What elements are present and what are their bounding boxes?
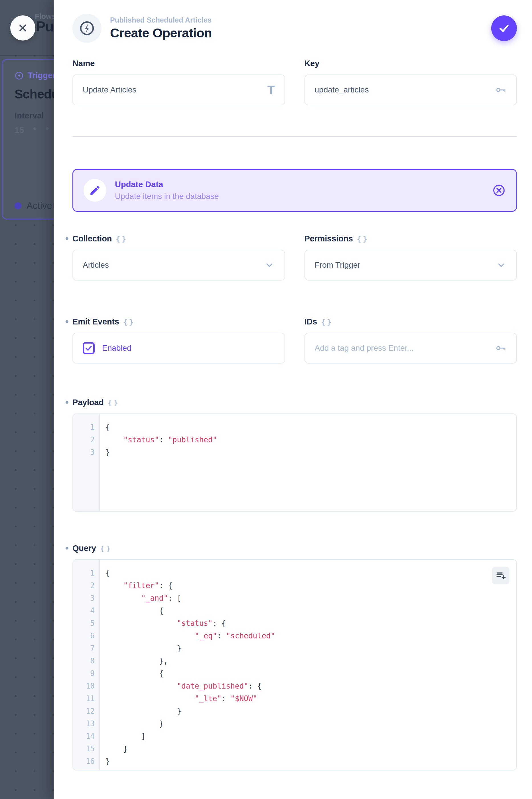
name-input[interactable]: Update Articles T	[72, 74, 285, 105]
query-field-group: Query {} 12345678910111213141516 { "filt…	[72, 544, 517, 770]
code-lines: { "filter": { "_and": [ { "status": { "_…	[100, 560, 275, 770]
ids-field-group: IDs {} Add a tag and press Enter...	[304, 317, 517, 364]
raw-value-icon[interactable]: {}	[116, 235, 128, 243]
trigger-badge-label: Trigger	[28, 71, 54, 80]
raw-value-icon[interactable]: {}	[108, 399, 120, 407]
ids-tag-input[interactable]: Add a tag and press Enter...	[304, 333, 517, 364]
payload-code-editor[interactable]: 123 { "status": "published"}	[72, 414, 517, 512]
operation-icon-circle	[72, 14, 101, 43]
page-header-divider	[0, 55, 54, 56]
query-code-editor[interactable]: 12345678910111213141516 { "filter": { "_…	[72, 559, 517, 770]
code-lines: { "status": "published"}	[100, 414, 217, 511]
permissions-select[interactable]: From Trigger	[304, 250, 517, 280]
payload-label: Payload {}	[72, 398, 517, 407]
playlist-add-icon	[495, 570, 506, 581]
bolt-icon	[15, 71, 24, 80]
trigger-field-value: 15 * * * *	[15, 126, 54, 135]
trigger-field-label: Interval	[15, 111, 54, 121]
collection-select[interactable]: Articles	[72, 250, 285, 280]
key-input[interactable]: update_articles	[304, 74, 517, 105]
emit-events-field-group: Emit Events {} Enabled	[72, 317, 285, 364]
trigger-card: Trigger Schedul Interval 15 * * * * Acti…	[2, 59, 54, 219]
title-icon: T	[267, 84, 275, 96]
screen: Flows Pu Trigger Schedul Interval 15 * *…	[0, 0, 532, 799]
chevron-down-icon	[264, 260, 275, 271]
drawer-breadcrumb: Published Scheduled Articles	[110, 16, 212, 24]
check-icon	[498, 22, 510, 35]
confirm-save-button[interactable]	[491, 15, 517, 41]
required-dot	[65, 320, 69, 323]
emit-events-label: Emit Events {}	[72, 317, 285, 326]
emit-events-input: Enabled	[72, 333, 285, 364]
required-dot	[65, 401, 69, 404]
raw-value-icon[interactable]: {}	[357, 235, 369, 243]
line-numbers: 123	[73, 414, 100, 511]
raw-value-icon[interactable]: {}	[123, 318, 135, 326]
required-dot	[65, 237, 69, 240]
status-dot	[15, 202, 21, 209]
banner-icon-circle	[83, 179, 106, 202]
drawer-header: Published Scheduled Articles Create Oper…	[72, 0, 517, 43]
create-operation-drawer: Published Scheduled Articles Create Oper…	[54, 0, 532, 799]
drawer-close-button[interactable]	[10, 15, 35, 40]
bolt-icon	[79, 20, 95, 37]
edit-pencil-icon	[89, 184, 101, 196]
key-label: Key	[304, 59, 517, 68]
name-field-group: Name Update Articles T	[72, 59, 285, 105]
format-value-button[interactable]	[492, 567, 510, 584]
permissions-field-group: Permissions {} From Trigger	[304, 234, 517, 280]
emit-events-checkbox[interactable]	[83, 342, 95, 354]
section-divider	[72, 136, 517, 137]
key-field-group: Key update_articles	[304, 59, 517, 105]
chevron-down-icon	[496, 260, 507, 271]
name-value: Update Articles	[83, 85, 136, 94]
ids-placeholder: Add a tag and press Enter...	[315, 344, 414, 353]
key-icon	[495, 342, 507, 354]
trigger-card-title: Schedul	[15, 87, 54, 101]
key-icon	[495, 84, 507, 96]
name-label: Name	[72, 59, 285, 68]
modal-backdrop: Flows Pu Trigger Schedul Interval 15 * *…	[0, 0, 54, 799]
close-circle-icon	[492, 183, 506, 197]
query-label: Query {}	[72, 544, 517, 553]
status-label: Active	[26, 200, 52, 211]
payload-field-group: Payload {} 123 { "status": "published"}	[72, 398, 517, 512]
operation-type-banner[interactable]: Update Data Update items in the database	[72, 169, 517, 212]
remove-operation-type-button[interactable]	[492, 183, 506, 197]
banner-subtitle: Update items in the database	[115, 192, 219, 201]
page-title: Pu	[36, 18, 54, 35]
collection-field-group: Collection {} Articles	[72, 234, 285, 280]
raw-value-icon[interactable]: {}	[321, 318, 333, 326]
emit-events-checkbox-label[interactable]: Enabled	[102, 344, 131, 353]
permissions-value: From Trigger	[315, 260, 360, 270]
drawer-title: Create Operation	[110, 26, 212, 40]
permissions-label: Permissions {}	[304, 234, 517, 243]
key-value: update_articles	[315, 85, 369, 94]
close-icon	[17, 22, 28, 34]
ids-label: IDs {}	[304, 317, 517, 326]
collection-value: Articles	[83, 260, 109, 270]
raw-value-icon[interactable]: {}	[100, 544, 112, 553]
line-numbers: 12345678910111213141516	[73, 560, 100, 770]
banner-title: Update Data	[115, 180, 219, 189]
collection-label: Collection {}	[72, 234, 285, 243]
required-dot	[65, 547, 69, 550]
